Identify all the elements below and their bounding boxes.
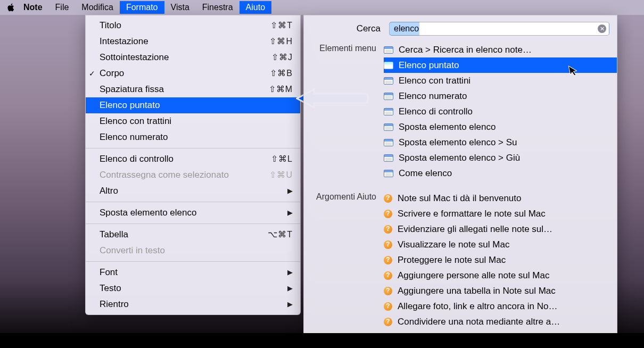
help-menu-item-label: Cerca > Ricerca in elenco note…: [399, 43, 532, 56]
clear-search-icon[interactable]: ✕: [598, 24, 606, 33]
help-topics-section: Argomenti Aiuto ?Note sul Mac ti dà il b…: [304, 190, 617, 348]
formato-item[interactable]: Sposta elemento elenco▶: [86, 205, 300, 221]
help-topic-label: Evidenziare gli allegati nelle note sul…: [398, 222, 552, 236]
help-menu-item[interactable]: Elenco numerato: [384, 88, 617, 104]
menu-item-icon: [384, 108, 393, 115]
menu-item-label: Corpo: [100, 67, 270, 80]
menu-item-label: Rientro: [100, 297, 287, 311]
help-menu-item[interactable]: Elenco di controllo: [384, 104, 617, 119]
help-menu-items-section: Elementi menu Cerca > Ricerca in elenco …: [304, 42, 617, 181]
help-menu-item[interactable]: Cerca > Ricerca in elenco note…: [384, 42, 617, 57]
menu-separator: [86, 202, 300, 202]
menu-item-label: Intestazione: [100, 35, 269, 48]
help-menu-item[interactable]: Sposta elemento elenco > Su: [384, 135, 617, 150]
help-menu-item[interactable]: Come elenco: [384, 165, 617, 181]
menubar-finestra[interactable]: Finestra: [196, 1, 240, 14]
help-menu-item[interactable]: Sposta elemento elenco > Giù: [384, 150, 617, 165]
formato-menu: Titolo⇧⌘TIntestazione⇧⌘HSottointestazion…: [85, 15, 301, 315]
check-icon: ✓: [89, 67, 95, 80]
help-topics-list: ?Note sul Mac ti dà il benvenuto?Scriver…: [384, 190, 617, 348]
help-topic-icon: ?: [384, 302, 392, 311]
search-box: ✕: [389, 22, 609, 36]
formato-item[interactable]: Tabella⌥⌘T: [86, 227, 300, 243]
menu-separator: [86, 261, 300, 262]
menu-item-icon: [384, 93, 393, 100]
help-topic-icon: ?: [384, 318, 392, 326]
menu-item-label: Titolo: [100, 19, 270, 32]
formato-item[interactable]: Elenco di controllo⇧⌘L: [86, 151, 300, 167]
formato-item[interactable]: Spaziatura fissa⇧⌘M: [86, 81, 300, 97]
menu-items-label: Elementi menu: [304, 42, 384, 53]
shortcut-label: ⇧⌘U: [269, 168, 293, 182]
menu-separator: [86, 223, 300, 224]
help-topic-icon: ?: [384, 287, 392, 295]
menu-item-icon: [384, 154, 393, 162]
shortcut-label: ⌥⌘T: [268, 228, 293, 242]
help-topics-label: Argomenti Aiuto: [304, 190, 384, 202]
help-topic-item[interactable]: ?Proteggere le note sul Mac: [384, 252, 617, 268]
help-topic-item[interactable]: ?Allegare foto, link e altro ancora in N…: [384, 299, 617, 314]
formato-item: Contrassegna come selezionato⇧⌘U: [86, 167, 300, 183]
help-topic-label: Condividere una nota mediante altre a…: [398, 315, 560, 328]
formato-item[interactable]: Font▶: [86, 264, 300, 280]
help-topic-icon: ?: [384, 210, 392, 218]
formato-item[interactable]: Altro▶: [86, 183, 300, 199]
menu-item-icon: [384, 139, 393, 146]
help-topic-item[interactable]: ?Visualizzare le note sul Mac: [384, 237, 617, 252]
help-topic-label: Aggiungere una tabella in Note sul Mac: [398, 284, 556, 297]
menu-item-icon: [384, 62, 393, 69]
menubar-app-name[interactable]: Note: [17, 1, 49, 14]
menu-item-label: Sottointestazione: [100, 51, 271, 64]
menu-item-label: Testo: [100, 281, 287, 295]
help-topic-label: Note sul Mac ti dà il benvenuto: [398, 192, 521, 205]
help-topic-icon: ?: [384, 241, 392, 249]
formato-item[interactable]: Intestazione⇧⌘H: [86, 34, 300, 49]
submenu-arrow-icon: ▶: [287, 281, 293, 295]
help-menu-item[interactable]: Elenco con trattini: [384, 73, 617, 88]
help-menu-item-label: Elenco puntato: [399, 59, 459, 72]
help-topic-item[interactable]: ?Scrivere e formattare le note sul Mac: [384, 206, 617, 221]
help-topic-icon: ?: [384, 271, 392, 280]
menubar-aiuto[interactable]: Aiuto: [240, 1, 271, 14]
menubar-file[interactable]: File: [49, 1, 76, 14]
help-menu-item-label: Sposta elemento elenco > Giù: [399, 151, 520, 164]
menu-item-icon: [384, 123, 393, 131]
menu-item-label: Altro: [100, 184, 287, 198]
menubar-modifica[interactable]: Modifica: [75, 1, 120, 14]
menu-item-label: Elenco con trattini: [100, 114, 293, 128]
help-menu-item[interactable]: Elenco puntato: [384, 57, 617, 73]
shortcut-label: ⇧⌘B: [270, 67, 293, 80]
help-search-input[interactable]: [389, 22, 609, 36]
help-topic-item[interactable]: ?Aggiungere persone alle note sul Mac: [384, 268, 617, 283]
bottom-bar: [0, 333, 644, 348]
menu-separator: [86, 148, 300, 148]
menu-item-label: Elenco di controllo: [100, 152, 271, 166]
shortcut-label: ⇧⌘J: [271, 51, 293, 64]
help-search-row: Cerca ✕: [304, 15, 617, 42]
apple-menu[interactable]: [5, 3, 17, 12]
help-topic-item[interactable]: ?Evidenziare gli allegati nelle note sul…: [384, 221, 617, 237]
help-topic-item[interactable]: ?Aggiungere una tabella in Note sul Mac: [384, 283, 617, 299]
formato-item[interactable]: ✓Corpo⇧⌘B: [86, 65, 300, 81]
help-menu-items-list: Cerca > Ricerca in elenco note…Elenco pu…: [384, 42, 617, 181]
formato-item[interactable]: Elenco con trattini: [86, 113, 300, 129]
help-topic-item[interactable]: ?Note sul Mac ti dà il benvenuto: [384, 190, 617, 206]
formato-item[interactable]: Rientro▶: [86, 296, 300, 312]
menubar-formato[interactable]: Formato: [120, 1, 164, 14]
menu-item-label: Font: [100, 266, 287, 279]
help-menu-item-label: Come elenco: [399, 167, 452, 180]
formato-item: Converti in testo: [86, 243, 300, 259]
menu-item-label: Elenco puntato: [100, 98, 293, 112]
submenu-arrow-icon: ▶: [287, 184, 293, 198]
formato-item[interactable]: Elenco numerato: [86, 129, 300, 145]
formato-item[interactable]: Testo▶: [86, 280, 300, 296]
formato-item[interactable]: Sottointestazione⇧⌘J: [86, 49, 300, 65]
help-menu-item-label: Sposta elemento elenco > Su: [399, 136, 517, 149]
help-topic-label: Aggiungere persone alle note sul Mac: [398, 269, 549, 282]
help-menu-item[interactable]: Sposta elemento elenco: [384, 119, 617, 135]
shortcut-label: ⇧⌘H: [269, 35, 293, 48]
formato-item[interactable]: Titolo⇧⌘T: [86, 18, 300, 34]
menubar-vista[interactable]: Vista: [164, 1, 196, 14]
formato-item[interactable]: Elenco puntato: [86, 97, 300, 113]
help-topic-item[interactable]: ?Condividere una nota mediante altre a…: [384, 314, 617, 329]
